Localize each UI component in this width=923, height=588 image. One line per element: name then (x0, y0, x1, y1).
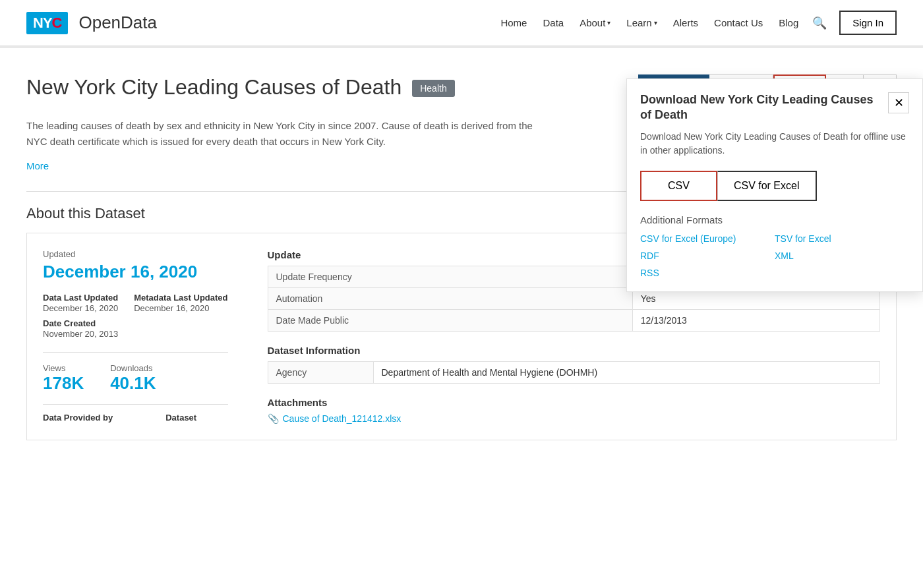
nav-data[interactable]: Data (536, 12, 570, 34)
updated-label: Updated (43, 249, 228, 259)
popup-download-buttons: CSV CSV for Excel (640, 171, 909, 201)
about-chevron-icon: ▾ (607, 19, 610, 26)
attachment-link[interactable]: 📎 Cause of Death_121412.xlsx (268, 413, 881, 424)
header: NYC OpenData Home Data About ▾ Learn ▾ A… (0, 0, 923, 46)
dataset-left-col: Updated December 16, 2020 Data Last Upda… (43, 249, 228, 424)
nav-learn[interactable]: Learn ▾ (620, 12, 663, 34)
dataset-info-table: Agency Department of Health and Mental H… (268, 361, 881, 384)
nav-alerts[interactable]: Alerts (667, 12, 705, 34)
dataset-col-label: Dataset (165, 413, 196, 423)
data-last-updated: Data Last Updated December 16, 2020 (43, 293, 118, 313)
page-title: New York City Leading Causes of Death (26, 74, 402, 100)
formats-grid: CSV for Excel (Europe) TSV for Excel RDF… (640, 233, 909, 278)
popup-close-button[interactable]: ✕ (888, 92, 909, 113)
metadata-last-updated: Metadata Last Updated December 16, 2020 (134, 293, 227, 313)
dataset-description: The leading causes of death by sex and e… (26, 118, 554, 150)
metadata-last-updated-value: December 16, 2020 (134, 303, 209, 313)
data-last-updated-value: December 16, 2020 (43, 303, 118, 313)
opendata-logo-text[interactable]: OpenData (78, 13, 157, 33)
data-last-updated-label: Data Last Updated (43, 293, 118, 303)
format-rdf[interactable]: RDF (640, 250, 775, 261)
format-csv-europe[interactable]: CSV for Excel (Europe) (640, 233, 775, 244)
views-label: Views (43, 363, 84, 373)
attachment-icon: 📎 (268, 413, 279, 424)
export-popup: Download New York City Leading Causes of… (626, 78, 923, 292)
search-icon: 🔍 (812, 16, 827, 30)
views-stat: Views 178K (43, 363, 84, 394)
close-icon: ✕ (894, 96, 904, 110)
nav-blog[interactable]: Blog (772, 12, 805, 34)
date-created-value: November 20, 2013 (43, 329, 118, 339)
logo-area: NYC OpenData (26, 12, 157, 34)
meta-dates-row: Data Last Updated December 16, 2020 Meta… (43, 293, 228, 313)
downloads-stat: Downloads 40.1K (110, 363, 156, 394)
data-provided-row: Data Provided by Dataset (43, 404, 228, 423)
csv-excel-download-button[interactable]: CSV for Excel (717, 171, 817, 201)
additional-formats-title: Additional Formats (640, 214, 909, 225)
date-created-group: Date Created November 20, 2013 (43, 318, 228, 339)
main-content: New York City Leading Causes of Death He… (0, 48, 923, 575)
attachment-filename: Cause of Death_121412.xlsx (283, 413, 402, 424)
metadata-last-updated-label: Metadata Last Updated (134, 293, 227, 303)
title-badge-group: New York City Leading Causes of Death He… (26, 74, 455, 100)
nav-about[interactable]: About ▾ (573, 12, 617, 34)
learn-chevron-icon: ▾ (654, 19, 657, 26)
date-created-label: Date Created (43, 318, 228, 328)
data-provided-by-label: Data Provided by (43, 413, 113, 423)
updated-date: December 16, 2020 (43, 262, 228, 282)
popup-header: Download New York City Leading Causes of… (640, 92, 909, 123)
sign-in-button[interactable]: Sign In (839, 11, 897, 35)
format-rss[interactable]: RSS (640, 268, 775, 278)
csv-download-button[interactable]: CSV (640, 171, 717, 201)
popup-description: Download New York City Leading Causes of… (640, 130, 909, 158)
views-value: 178K (43, 373, 84, 394)
attachments-title: Attachments (268, 397, 881, 408)
nav-contact-us[interactable]: Contact Us (707, 12, 769, 34)
health-badge: Health (412, 80, 454, 97)
table-row: Agency Department of Health and Mental H… (268, 362, 880, 384)
main-nav: Home Data About ▾ Learn ▾ Alerts Contact… (494, 11, 897, 35)
stats-row: Views 178K Downloads 40.1K (43, 352, 228, 394)
format-xml[interactable]: XML (775, 250, 909, 261)
downloads-label: Downloads (110, 363, 156, 373)
downloads-value: 40.1K (110, 373, 156, 394)
dataset-information-title: Dataset Information (268, 345, 881, 356)
format-tsv-excel[interactable]: TSV for Excel (775, 233, 909, 244)
nyc-logo[interactable]: NYC (26, 12, 68, 34)
nav-home[interactable]: Home (494, 12, 533, 34)
popup-title: Download New York City Leading Causes of… (640, 92, 878, 123)
search-button[interactable]: 🔍 (808, 11, 831, 35)
table-row: Date Made Public 12/13/2013 (268, 310, 880, 332)
